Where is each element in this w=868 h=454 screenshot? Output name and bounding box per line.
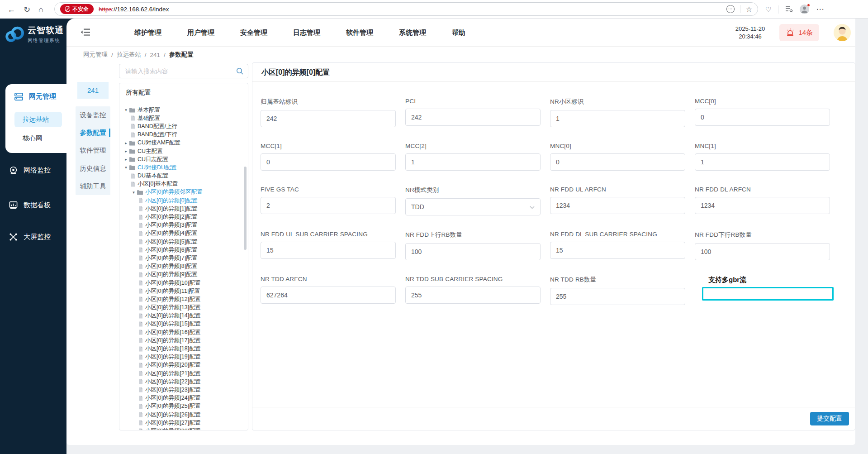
alarm-badge[interactable]: 14条 (779, 24, 819, 41)
tree-node[interactable]: 小区[0]的异频[0]配置 (119, 196, 248, 205)
mini-menu-item[interactable]: 历史信息 (76, 160, 110, 177)
caret-down-icon[interactable]: ▾ (123, 165, 129, 170)
form-field-input[interactable] (702, 287, 834, 301)
tree-node[interactable]: 小区[0]的异频[5]配置 (119, 238, 248, 246)
sidebar-item-big-screen[interactable]: 大屏监控 (9, 233, 51, 241)
tree-node[interactable]: ▾基本配置 (119, 106, 248, 114)
tree-node[interactable]: ▸CU对接AMF配置 (119, 139, 248, 147)
tree-node[interactable]: 小区[0]的异频[6]配置 (119, 246, 248, 254)
form-field-input[interactable] (261, 110, 396, 127)
top-nav-item[interactable]: 维护管理 (134, 29, 161, 37)
top-nav-item[interactable]: 用户管理 (187, 29, 214, 37)
permissions-icon[interactable]: ⋯ (726, 5, 735, 13)
top-nav-item[interactable]: 系统管理 (399, 29, 426, 37)
browser-refresh-icon[interactable]: ↻ (24, 5, 30, 14)
collections-icon[interactable] (785, 5, 793, 14)
mini-menu-item[interactable]: 参数配置 (76, 124, 110, 142)
form-field-input[interactable] (261, 242, 396, 259)
tree-node[interactable]: 小区[0]的异频[13]配置 (119, 304, 248, 312)
form-field-input[interactable] (695, 153, 830, 171)
tree-node[interactable]: 小区[0]的异频[23]配置 (119, 386, 248, 394)
breadcrumb-item[interactable]: 241 (150, 52, 161, 58)
tree-node[interactable]: 小区[0]的异频[2]配置 (119, 213, 248, 221)
sidebar-item-data-dashboard[interactable]: 数据看板 (9, 201, 51, 210)
caret-down-icon[interactable]: ▾ (131, 190, 137, 195)
station-tab-241[interactable]: 241 (77, 82, 109, 99)
tree-node[interactable]: BAND配置/下行 (119, 131, 248, 139)
top-nav-item[interactable]: 软件管理 (346, 29, 373, 37)
tree-node[interactable]: 小区[0]的异频[11]配置 (119, 287, 248, 295)
caret-right-icon[interactable]: ▸ (123, 157, 129, 162)
breadcrumb-item[interactable]: 网元管理 (83, 51, 108, 59)
tree-node[interactable]: 小区[0]的异频[22]配置 (119, 378, 248, 386)
form-field-input[interactable] (405, 287, 541, 304)
browser-home-icon[interactable]: ⌂ (38, 5, 43, 14)
tree-node[interactable]: 小区[0]的异频[1]配置 (119, 205, 248, 213)
breadcrumb-item[interactable]: 拉远基站 (117, 51, 141, 59)
tree-node[interactable]: ▾小区[0]的异频邻区配置 (119, 188, 248, 196)
sidebar-collapse-icon[interactable] (81, 28, 90, 38)
form-field-input[interactable] (261, 197, 396, 214)
tree-scrollbar[interactable] (244, 167, 247, 250)
caret-down-icon[interactable]: ▾ (123, 108, 129, 112)
tree-node[interactable]: ▸CU主配置 (119, 147, 248, 155)
user-avatar[interactable] (834, 24, 851, 41)
search-icon[interactable] (236, 67, 244, 77)
browser-back-icon[interactable]: ← (7, 5, 15, 14)
tree-node[interactable]: 小区[0]的异频[4]配置 (119, 229, 248, 238)
tree-node[interactable]: 小区[0]的异频[20]配置 (119, 361, 248, 369)
browser-essentials-icon[interactable]: ♡ (765, 5, 771, 14)
tree-node[interactable]: 小区[0]的异频[28]配置 (119, 427, 248, 430)
mini-menu-item[interactable]: 软件管理 (76, 142, 110, 159)
tree-node[interactable]: 小区[0]的异频[7]配置 (119, 254, 248, 262)
mini-menu-item[interactable]: 辅助工具 (76, 177, 110, 195)
tree-node[interactable]: 小区[0]的异频[15]配置 (119, 320, 248, 328)
favorite-star-icon[interactable]: ☆ (746, 5, 752, 14)
tree-node[interactable]: 小区[0]的异频[10]配置 (119, 279, 248, 287)
form-field-input[interactable] (695, 243, 830, 260)
sidebar-subitem-remote-station[interactable]: 拉远基站 (14, 112, 62, 127)
tree-node[interactable]: ▾CU对接DU配置 (119, 163, 248, 172)
top-nav-item[interactable]: 安全管理 (240, 29, 267, 37)
tree-node[interactable]: 小区[0]的异频[8]配置 (119, 263, 248, 271)
tree-node[interactable]: 小区[0]基本配置 (119, 180, 248, 188)
address-bar[interactable]: 不安全 https://192.168.62.6/index ⋯ ☆ (54, 2, 758, 16)
submit-config-button[interactable]: 提交配置 (810, 412, 849, 425)
tree-node[interactable]: 基础配置 (119, 114, 248, 122)
tree-node[interactable]: 小区[0]的异频[18]配置 (119, 344, 248, 353)
tree-node[interactable]: ▸CU日志配置 (119, 155, 248, 163)
tree-node[interactable]: 小区[0]的异频[21]配置 (119, 369, 248, 378)
form-field-input[interactable] (261, 287, 396, 304)
tree-node[interactable]: 小区[0]的异频[3]配置 (119, 221, 248, 229)
tree-node[interactable]: 小区[0]的异频[19]配置 (119, 353, 248, 361)
top-nav-item[interactable]: 日志管理 (293, 29, 320, 37)
form-field-input[interactable] (695, 109, 830, 126)
tree-node[interactable]: DU基本配置 (119, 172, 248, 180)
form-field-input[interactable] (405, 243, 541, 260)
caret-right-icon[interactable]: ▸ (123, 149, 129, 153)
tree-search-input[interactable] (119, 64, 248, 78)
sidebar-item-network-elements[interactable]: 网元管理 (14, 92, 56, 101)
tree-node[interactable]: 小区[0]的异频[24]配置 (119, 394, 248, 402)
top-nav-item[interactable]: 帮助 (452, 29, 465, 37)
tree-node[interactable]: BAND配置/上行 (119, 122, 248, 130)
form-field-input[interactable] (550, 153, 685, 171)
form-field-input[interactable] (405, 153, 541, 171)
form-field-input[interactable] (405, 109, 541, 126)
sidebar-subitem-core-network[interactable]: 核心网 (14, 130, 62, 146)
tree-node[interactable]: 小区[0]的异频[14]配置 (119, 312, 248, 320)
security-badge[interactable]: 不安全 (60, 4, 94, 14)
tree-node[interactable]: 小区[0]的异频[26]配置 (119, 411, 248, 419)
form-field-input[interactable] (550, 110, 685, 127)
form-field-input[interactable] (695, 197, 830, 214)
form-field-input[interactable] (261, 153, 396, 171)
tree-node[interactable]: 小区[0]的异频[27]配置 (119, 419, 248, 427)
tree-node[interactable]: 小区[0]的异频[16]配置 (119, 328, 248, 336)
tree-node[interactable]: 小区[0]的异频[12]配置 (119, 295, 248, 303)
sidebar-item-network-monitor[interactable]: 网络监控 (9, 166, 51, 175)
browser-profile-icon[interactable] (800, 5, 809, 14)
browser-menu-icon[interactable]: ⋯ (816, 5, 824, 14)
form-field-input[interactable] (550, 288, 685, 305)
tree-node[interactable]: 小区[0]的异频[25]配置 (119, 402, 248, 411)
tree-node[interactable]: 小区[0]的异频[17]配置 (119, 336, 248, 344)
